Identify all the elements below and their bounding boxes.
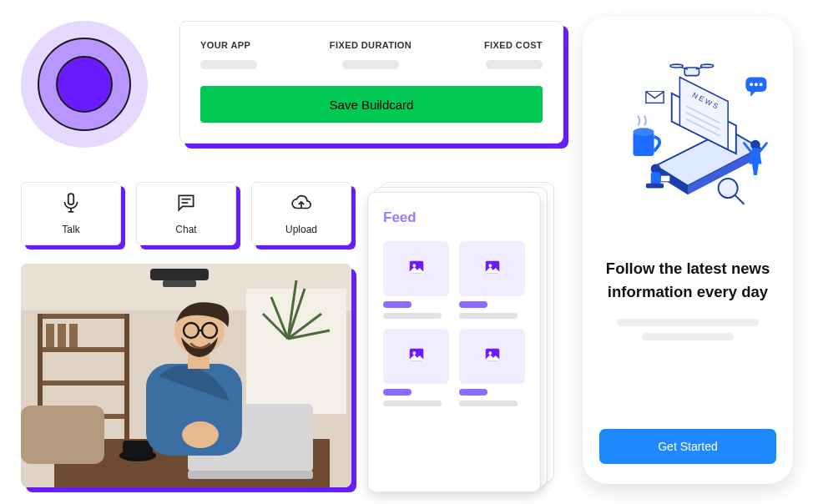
talk-label: Talk	[62, 224, 79, 235]
svg-point-27	[182, 421, 219, 448]
svg-rect-13	[38, 381, 129, 386]
svg-rect-23	[188, 471, 313, 479]
svg-rect-0	[68, 194, 74, 204]
cloud-upload-icon	[290, 192, 312, 217]
svg-rect-67	[646, 184, 664, 189]
feed-item-thumb	[383, 329, 449, 384]
svg-line-64	[735, 195, 745, 204]
feed-item-title-placeholder	[383, 301, 412, 308]
svg-point-51	[633, 128, 654, 136]
get-started-button[interactable]: Get Started	[599, 429, 776, 464]
svg-point-62	[760, 83, 763, 86]
svg-point-61	[755, 83, 758, 86]
feed-item-title-placeholder	[383, 389, 412, 396]
image-icon	[407, 258, 426, 280]
svg-rect-68	[660, 175, 670, 182]
svg-line-71	[760, 144, 767, 152]
action-button-row: Talk Chat Upload	[21, 182, 351, 245]
phone-mockup: N E W S	[583, 17, 793, 484]
feed-item[interactable]	[383, 329, 449, 406]
buildcard-label-app: YOUR APP	[200, 40, 250, 50]
feed-item-title-placeholder	[459, 389, 487, 396]
feed-item-text-placeholder	[383, 401, 442, 406]
buildcard-label-cost: FIXED COST	[484, 40, 543, 50]
svg-point-63	[719, 179, 738, 198]
svg-rect-9	[163, 280, 196, 287]
svg-rect-8	[150, 269, 209, 280]
buildcard-col-app: YOUR APP	[200, 40, 257, 69]
feed-item-title-placeholder	[459, 301, 487, 308]
feed-item-text-placeholder	[383, 313, 442, 319]
svg-point-60	[750, 83, 753, 86]
svg-point-38	[412, 351, 416, 355]
upload-button[interactable]: Upload	[251, 182, 351, 245]
buildcard-value-duration-placeholder	[342, 60, 399, 69]
svg-point-34	[412, 264, 416, 267]
logo-ring-inner	[56, 56, 113, 113]
feed-item[interactable]	[383, 241, 449, 319]
buildcard-panel: YOUR APP FIXED DURATION FIXED COST Save …	[179, 21, 563, 144]
talk-button[interactable]: Talk	[21, 182, 121, 245]
save-buildcard-button[interactable]: Save Buildcard	[200, 86, 543, 123]
svg-rect-18	[58, 324, 66, 347]
image-icon	[407, 345, 426, 367]
phone-headline: Follow the latest news information every…	[599, 257, 776, 304]
svg-point-56	[700, 64, 713, 68]
buildcard-value-app-placeholder	[200, 60, 257, 69]
buildcard-label-duration: FIXED DURATION	[330, 40, 412, 50]
feed-item-thumb	[459, 241, 525, 296]
svg-rect-25	[123, 441, 153, 457]
phone-subtext-placeholder-1	[617, 319, 759, 326]
news-illustration: N E W S	[599, 33, 776, 234]
svg-rect-19	[69, 324, 78, 347]
hero-photo	[21, 264, 351, 487]
image-icon	[483, 345, 502, 367]
microphone-icon	[60, 192, 82, 217]
svg-point-55	[670, 64, 683, 68]
svg-rect-17	[46, 324, 54, 347]
feed-title: Feed	[383, 209, 525, 226]
feed-item-thumb	[383, 241, 449, 296]
feed-card-stack: Feed	[367, 182, 551, 491]
buildcard-col-duration: FIXED DURATION	[330, 40, 412, 69]
svg-rect-66	[651, 172, 661, 184]
feed-item-thumb	[459, 329, 525, 384]
feed-item-text-placeholder	[459, 401, 518, 406]
buildcard-col-cost: FIXED COST	[484, 40, 543, 69]
upload-label: Upload	[285, 224, 317, 235]
svg-rect-21	[21, 406, 104, 464]
feed-panel: Feed	[367, 192, 541, 492]
phone-subtext-placeholder-2	[642, 333, 734, 340]
svg-rect-12	[38, 347, 129, 352]
svg-rect-11	[38, 314, 129, 319]
feed-grid	[383, 241, 525, 406]
feed-item-text-placeholder	[459, 313, 518, 319]
svg-rect-16	[124, 314, 129, 439]
svg-point-36	[488, 264, 492, 267]
chat-button[interactable]: Chat	[136, 182, 236, 245]
svg-marker-59	[750, 92, 755, 97]
svg-rect-10	[246, 289, 346, 414]
buildcard-value-cost-placeholder	[486, 60, 543, 69]
brand-logo	[21, 21, 148, 148]
buildcard-summary-row: YOUR APP FIXED DURATION FIXED COST	[200, 40, 543, 69]
chat-icon	[175, 192, 197, 217]
image-icon	[483, 258, 502, 280]
svg-point-40	[488, 351, 492, 355]
chat-label: Chat	[175, 224, 196, 235]
feed-item[interactable]	[459, 241, 525, 319]
feed-item[interactable]	[459, 329, 525, 406]
